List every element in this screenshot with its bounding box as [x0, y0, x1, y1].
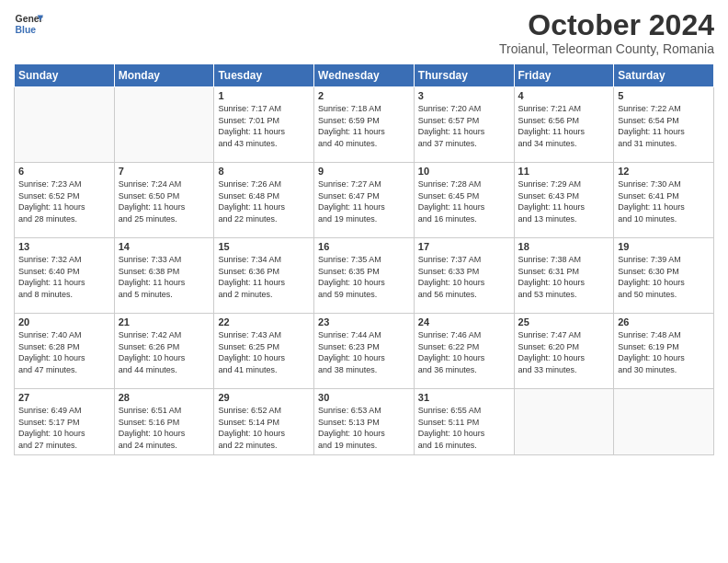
day-info: Sunrise: 7:42 AM Sunset: 6:26 PM Dayligh… [119, 329, 210, 375]
calendar-cell: 14Sunrise: 7:33 AM Sunset: 6:38 PM Dayli… [114, 238, 214, 314]
day-number: 25 [518, 316, 610, 327]
calendar-cell: 26Sunrise: 7:48 AM Sunset: 6:19 PM Dayli… [614, 314, 714, 389]
calendar-cell: 28Sunrise: 6:51 AM Sunset: 5:16 PM Dayli… [114, 389, 214, 455]
location-subtitle: Troianul, Teleorman County, Romania [499, 41, 714, 56]
day-number: 24 [418, 316, 510, 327]
day-info: Sunrise: 7:28 AM Sunset: 6:45 PM Dayligh… [418, 178, 510, 224]
calendar-cell [114, 87, 214, 163]
calendar-cell: 13Sunrise: 7:32 AM Sunset: 6:40 PM Dayli… [15, 238, 115, 314]
day-number: 6 [18, 166, 110, 177]
weekday-header-sunday: Sunday [15, 64, 115, 87]
week-row-4: 20Sunrise: 7:40 AM Sunset: 6:28 PM Dayli… [15, 314, 714, 389]
header: General Blue October 2024 Troianul, Tele… [14, 9, 714, 56]
day-info: Sunrise: 7:21 AM Sunset: 6:56 PM Dayligh… [518, 103, 610, 149]
calendar-cell: 30Sunrise: 6:53 AM Sunset: 5:13 PM Dayli… [314, 389, 415, 455]
calendar-cell [514, 389, 614, 455]
calendar-cell [15, 87, 115, 163]
day-info: Sunrise: 6:55 AM Sunset: 5:11 PM Dayligh… [418, 405, 510, 451]
day-info: Sunrise: 6:53 AM Sunset: 5:13 PM Dayligh… [318, 405, 410, 451]
day-info: Sunrise: 7:30 AM Sunset: 6:41 PM Dayligh… [618, 178, 710, 224]
day-number: 1 [218, 90, 310, 101]
calendar-cell: 20Sunrise: 7:40 AM Sunset: 6:28 PM Dayli… [15, 314, 115, 389]
day-number: 26 [618, 316, 710, 327]
calendar-cell: 31Sunrise: 6:55 AM Sunset: 5:11 PM Dayli… [414, 389, 514, 455]
weekday-header-thursday: Thursday [414, 64, 514, 87]
calendar-cell: 10Sunrise: 7:28 AM Sunset: 6:45 PM Dayli… [414, 163, 514, 238]
calendar-cell: 17Sunrise: 7:37 AM Sunset: 6:33 PM Dayli… [414, 238, 514, 314]
day-number: 27 [18, 392, 110, 403]
calendar-cell: 4Sunrise: 7:21 AM Sunset: 6:56 PM Daylig… [514, 87, 614, 163]
day-info: Sunrise: 7:20 AM Sunset: 6:57 PM Dayligh… [418, 103, 510, 149]
calendar-cell [614, 389, 714, 455]
day-info: Sunrise: 7:37 AM Sunset: 6:33 PM Dayligh… [418, 254, 510, 300]
day-number: 20 [18, 316, 110, 327]
calendar-cell: 12Sunrise: 7:30 AM Sunset: 6:41 PM Dayli… [614, 163, 714, 238]
day-info: Sunrise: 7:27 AM Sunset: 6:47 PM Dayligh… [318, 178, 410, 224]
day-info: Sunrise: 7:44 AM Sunset: 6:23 PM Dayligh… [318, 329, 410, 375]
day-info: Sunrise: 7:24 AM Sunset: 6:50 PM Dayligh… [119, 178, 210, 224]
day-info: Sunrise: 7:18 AM Sunset: 6:59 PM Dayligh… [318, 103, 410, 149]
weekday-header-wednesday: Wednesday [314, 64, 415, 87]
weekday-header-monday: Monday [114, 64, 214, 87]
week-row-5: 27Sunrise: 6:49 AM Sunset: 5:17 PM Dayli… [15, 389, 714, 455]
day-number: 8 [218, 166, 310, 177]
day-number: 23 [318, 316, 410, 327]
day-info: Sunrise: 7:39 AM Sunset: 6:30 PM Dayligh… [618, 254, 710, 300]
calendar-cell: 6Sunrise: 7:23 AM Sunset: 6:52 PM Daylig… [15, 163, 115, 238]
day-info: Sunrise: 7:38 AM Sunset: 6:31 PM Dayligh… [518, 254, 610, 300]
week-row-3: 13Sunrise: 7:32 AM Sunset: 6:40 PM Dayli… [15, 238, 714, 314]
calendar-cell: 5Sunrise: 7:22 AM Sunset: 6:54 PM Daylig… [614, 87, 714, 163]
weekday-header-tuesday: Tuesday [214, 64, 314, 87]
day-info: Sunrise: 7:35 AM Sunset: 6:35 PM Dayligh… [318, 254, 410, 300]
day-number: 12 [618, 166, 710, 177]
day-number: 7 [119, 166, 210, 177]
logo: General Blue [14, 9, 43, 39]
calendar-table: SundayMondayTuesdayWednesdayThursdayFrid… [14, 63, 714, 455]
day-info: Sunrise: 6:52 AM Sunset: 5:14 PM Dayligh… [218, 405, 310, 451]
calendar-cell: 24Sunrise: 7:46 AM Sunset: 6:22 PM Dayli… [414, 314, 514, 389]
calendar-cell: 23Sunrise: 7:44 AM Sunset: 6:23 PM Dayli… [314, 314, 415, 389]
day-info: Sunrise: 7:32 AM Sunset: 6:40 PM Dayligh… [18, 254, 110, 300]
calendar-cell: 11Sunrise: 7:29 AM Sunset: 6:43 PM Dayli… [514, 163, 614, 238]
calendar-cell: 15Sunrise: 7:34 AM Sunset: 6:36 PM Dayli… [214, 238, 314, 314]
calendar-cell: 1Sunrise: 7:17 AM Sunset: 7:01 PM Daylig… [214, 87, 314, 163]
calendar-cell: 9Sunrise: 7:27 AM Sunset: 6:47 PM Daylig… [314, 163, 415, 238]
calendar-cell: 16Sunrise: 7:35 AM Sunset: 6:35 PM Dayli… [314, 238, 415, 314]
day-info: Sunrise: 7:29 AM Sunset: 6:43 PM Dayligh… [518, 178, 610, 224]
day-number: 31 [418, 392, 510, 403]
calendar-cell: 19Sunrise: 7:39 AM Sunset: 6:30 PM Dayli… [614, 238, 714, 314]
month-title: October 2024 [499, 9, 714, 41]
title-block: October 2024 Troianul, Teleorman County,… [499, 9, 714, 56]
calendar-cell: 8Sunrise: 7:26 AM Sunset: 6:48 PM Daylig… [214, 163, 314, 238]
calendar-cell: 2Sunrise: 7:18 AM Sunset: 6:59 PM Daylig… [314, 87, 415, 163]
day-number: 4 [518, 90, 610, 101]
day-number: 3 [418, 90, 510, 101]
week-row-2: 6Sunrise: 7:23 AM Sunset: 6:52 PM Daylig… [15, 163, 714, 238]
calendar-cell: 3Sunrise: 7:20 AM Sunset: 6:57 PM Daylig… [414, 87, 514, 163]
day-number: 10 [418, 166, 510, 177]
weekday-header-row: SundayMondayTuesdayWednesdayThursdayFrid… [15, 64, 714, 87]
day-info: Sunrise: 7:40 AM Sunset: 6:28 PM Dayligh… [18, 329, 110, 375]
svg-text:Blue: Blue [16, 25, 37, 35]
calendar-cell: 18Sunrise: 7:38 AM Sunset: 6:31 PM Dayli… [514, 238, 614, 314]
day-info: Sunrise: 7:17 AM Sunset: 7:01 PM Dayligh… [218, 103, 310, 149]
day-info: Sunrise: 6:49 AM Sunset: 5:17 PM Dayligh… [18, 405, 110, 451]
day-number: 14 [119, 241, 210, 252]
day-number: 11 [518, 166, 610, 177]
calendar-cell: 21Sunrise: 7:42 AM Sunset: 6:26 PM Dayli… [114, 314, 214, 389]
day-info: Sunrise: 7:23 AM Sunset: 6:52 PM Dayligh… [18, 178, 110, 224]
day-number: 30 [318, 392, 410, 403]
day-number: 2 [318, 90, 410, 101]
day-info: Sunrise: 7:34 AM Sunset: 6:36 PM Dayligh… [218, 254, 310, 300]
day-number: 16 [318, 241, 410, 252]
calendar-cell: 22Sunrise: 7:43 AM Sunset: 6:25 PM Dayli… [214, 314, 314, 389]
day-info: Sunrise: 7:47 AM Sunset: 6:20 PM Dayligh… [518, 329, 610, 375]
day-number: 15 [218, 241, 310, 252]
day-number: 13 [18, 241, 110, 252]
day-number: 29 [218, 392, 310, 403]
day-number: 21 [119, 316, 210, 327]
day-number: 17 [418, 241, 510, 252]
day-info: Sunrise: 7:46 AM Sunset: 6:22 PM Dayligh… [418, 329, 510, 375]
calendar-cell: 25Sunrise: 7:47 AM Sunset: 6:20 PM Dayli… [514, 314, 614, 389]
page: General Blue October 2024 Troianul, Tele… [0, 0, 728, 563]
